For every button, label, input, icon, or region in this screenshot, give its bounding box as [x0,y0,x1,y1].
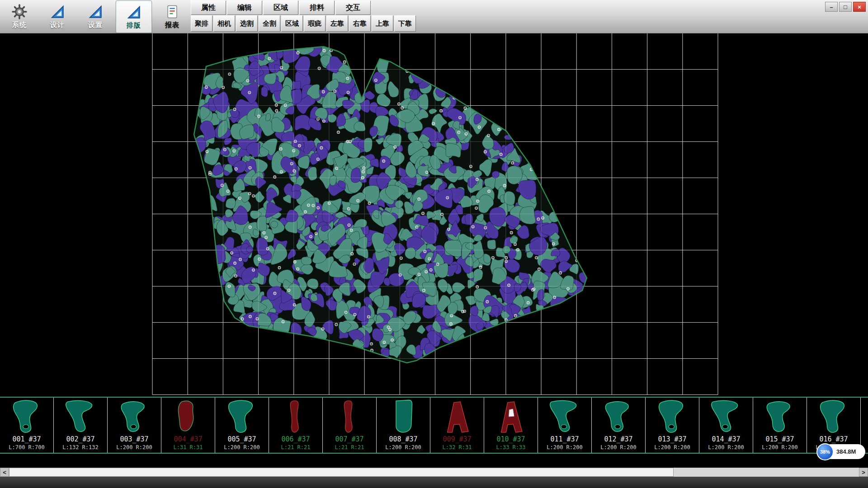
main-tab-design[interactable]: 设计 [40,0,75,32]
part-lr-count: L:31 R:31 [173,444,203,451]
maximize-button[interactable]: □ [839,2,852,12]
part-hole [23,425,28,429]
part-thumbnail-009_#37[interactable]: 009_#37L:32 R:31 [430,398,484,453]
menu-button-edit[interactable]: 编辑 [227,0,262,15]
part-lr-count: L:200 R:200 [547,444,582,451]
part-shape [435,399,479,435]
part-lr-count: L:200 R:200 [762,444,797,451]
part-thumbnail-014_#37[interactable]: 014_#37L:200 R:200 [699,398,753,453]
scroll-left-icon[interactable]: < [0,468,9,477]
part-thumbnail-005_#37[interactable]: 005_#37L:200 R:200 [215,398,269,453]
part-name-label: 013_#37 [658,435,686,444]
menu-button-cut-all[interactable]: 全割 [259,15,280,32]
part-lr-count: L:200 R:200 [708,444,744,451]
nesting-canvas[interactable] [0,33,868,397]
part-name-label: 014_#37 [712,435,740,444]
ruler-icon [88,4,103,20]
menu-button-align-bottom[interactable]: 下靠 [394,15,416,32]
part-shape [274,399,317,435]
parts-strip: 001_#37L:700 R:700002_#37L:132 R:132003_… [0,397,868,454]
main-tab-label: 报表 [165,21,179,29]
menu-button-align-top[interactable]: 上靠 [372,15,393,32]
part-lr-count: L:200 R:200 [600,444,636,451]
gear-icon [12,4,27,20]
menu-button-align-right[interactable]: 右靠 [349,15,371,32]
part-thumbnail-004_#37[interactable]: 004_#37L:31 R:31 [161,398,215,453]
part-thumbnail-008_#37[interactable]: 008_#37L:200 R:200 [377,398,430,453]
main-tab-report[interactable]: 报表 [155,0,190,32]
part-shape [597,399,640,435]
menu-button-properties[interactable]: 属性 [191,0,226,15]
menu-button-region[interactable]: 区域 [263,0,298,15]
part-shape [328,399,371,435]
horizontal-scrollbar[interactable]: < > [0,468,868,477]
part-thumbnail-011_#37[interactable]: 011_#37L:200 R:200 [538,398,592,453]
menu-button-camera[interactable]: 相机 [213,15,235,32]
part-lr-count: L:200 R:200 [654,444,690,451]
part-name-label: 015_#37 [765,435,794,444]
part-hole [722,425,728,429]
main-tab-label: 系统 [12,21,27,29]
main-tab-system[interactable]: 系统 [2,0,37,32]
part-hole [561,425,566,429]
main-tab-label: 设计 [50,21,65,29]
ruler-icon [50,4,65,20]
part-thumbnail-012_#37[interactable]: 012_#37L:200 R:200 [592,398,646,453]
main-tab-settings[interactable]: 设置 [78,0,113,32]
part-lr-count: L:21 R:21 [335,444,364,451]
part-hole [131,425,136,429]
menu-button-align-left[interactable]: 左靠 [326,15,348,32]
menu-button-region[interactable]: 区域 [281,15,303,32]
part-name-label: 002_#37 [66,435,94,444]
part-name-label: 012_#37 [604,435,632,444]
part-name-label: 010_#37 [496,435,525,444]
part-thumbnail-006_#37[interactable]: 006_#37L:21 R:21 [269,398,323,453]
window-controls: – □ × [825,2,866,12]
part-thumbnail-001_#37[interactable]: 001_#37L:700 R:700 [0,398,54,453]
part-lr-count: L:32 R:31 [442,444,472,451]
part-thumbnail-013_#37[interactable]: 013_#37L:200 R:200 [646,398,699,453]
minimize-button[interactable]: – [825,2,838,12]
part-name-label: 016_#37 [819,435,848,444]
part-shape [113,399,156,435]
part-hole [669,425,674,429]
menu-button-cut-selected[interactable]: 选割 [236,15,258,32]
part-thumbnail-007_#37[interactable]: 007_#37L:21 R:21 [323,398,377,453]
part-name-label: 011_#37 [550,435,579,444]
memory-usage-badge: 384.8M 38% [816,443,866,461]
part-lr-count: L:132 R:132 [62,444,98,451]
menu-row-primary: 属性编辑区域排料交互 [191,0,372,15]
close-button[interactable]: × [853,2,866,12]
main-tab-layout[interactable]: 排版 [116,0,152,33]
part-shape [704,399,748,435]
ruler-icon [126,4,142,20]
part-shape [758,399,802,435]
part-shape [166,399,210,435]
part-shape [543,399,586,435]
menu-row-secondary: 聚排相机选割全割区域瑕疵左靠右靠上靠下靠 [191,15,417,32]
main-tab-label: 设置 [88,21,103,29]
scrollbar-thumb[interactable] [9,468,674,477]
part-name-label: 007_#37 [335,435,363,444]
menu-button-defect[interactable]: 瑕疵 [304,15,326,32]
part-thumbnail-010_#37[interactable]: 010_#37L:33 R:33 [484,398,538,453]
scroll-right-icon[interactable]: > [859,468,868,477]
part-lr-count: L:33 R:33 [496,444,525,451]
menu-button-interact[interactable]: 交互 [335,0,371,15]
part-lr-count: L:21 R:21 [281,444,310,451]
part-name-label: 008_#37 [389,435,417,444]
part-thumbnail-015_#37[interactable]: 015_#37L:200 R:200 [753,398,807,453]
part-shape [220,399,264,435]
part-lr-count: L:200 R:200 [224,444,259,451]
part-name-label: 001_#37 [12,435,41,444]
titlebar: 系统设计设置排版报表 属性编辑区域排料交互 聚排相机选割全割区域瑕疵左靠右靠上靠… [0,0,868,33]
part-thumbnail-003_#37[interactable]: 003_#37L:200 R:200 [108,398,161,453]
nesting-canvas-svg [0,33,868,397]
progress-percent-badge: 38% [816,443,834,460]
menu-button-cluster-nest[interactable]: 聚排 [191,15,212,32]
part-shape [382,399,425,435]
menu-button-nesting[interactable]: 排料 [299,0,335,15]
report-icon [165,4,180,20]
part-thumbnail-002_#37[interactable]: 002_#37L:132 R:132 [54,398,108,453]
part-lr-count: L:200 R:200 [116,444,152,451]
